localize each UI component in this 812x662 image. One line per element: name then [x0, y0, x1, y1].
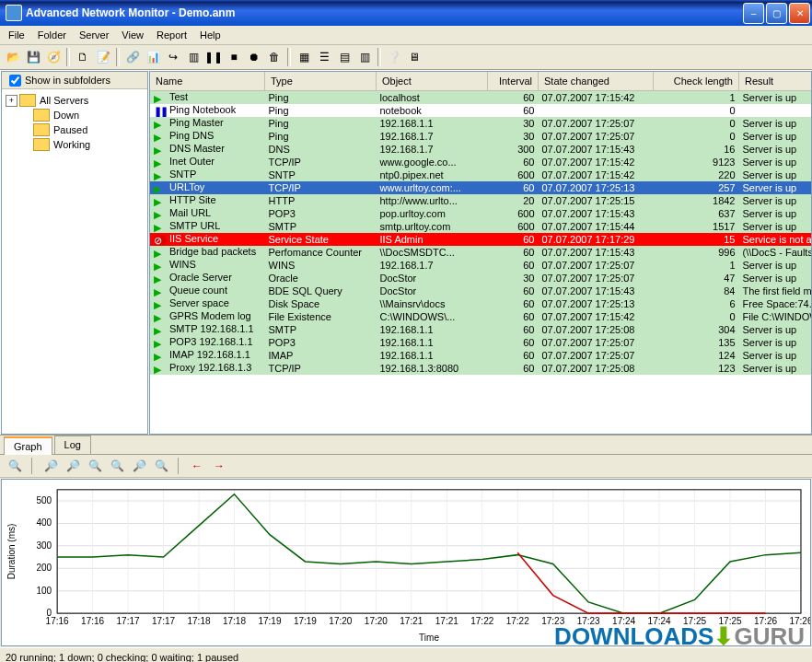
server-grid[interactable]: NameTypeObjectIntervalState changedCheck… [149, 71, 812, 435]
server-row[interactable]: ▶Inet OuterTCP/IPwww.google.co...6007.07… [150, 156, 812, 168]
status-icon: ▶ [154, 299, 167, 310]
server-row[interactable]: ▶GPRS Modem logFile ExistenceC:\WINDOWS\… [150, 310, 812, 323]
svg-text:17:19: 17:19 [294, 616, 317, 626]
menu-file[interactable]: File [2, 28, 31, 42]
graph-zoom-out-x-button[interactable]: 🔍 [86, 457, 104, 475]
graph-zoom-reset-x-button[interactable]: 🔍 [152, 457, 170, 475]
server-row[interactable]: ▶SMTP 192.168.1.1SMTP192.168.1.16007.07.… [150, 323, 812, 336]
server-row[interactable]: ❚❚Ping NotebookPingnotebook600 [150, 104, 812, 117]
toolbar-save-button[interactable]: 💾 [24, 48, 42, 66]
graph-zoom-button[interactable]: 🔍 [6, 457, 24, 475]
toolbar-help-button[interactable]: ❔ [385, 48, 403, 66]
server-row[interactable]: ▶Queue countBDE SQL QueryDocStor6007.07.… [150, 285, 812, 297]
status-icon: ▶ [154, 338, 167, 349]
server-row[interactable]: ▶Server spaceDisk Space\\Mainsrv\docs600… [150, 297, 812, 310]
toolbar-about-button[interactable]: 🖥 [405, 48, 423, 66]
graph-zoom-reset-y-button[interactable]: 🔎 [130, 457, 148, 475]
close-button[interactable]: ✕ [789, 3, 810, 24]
toolbar-grid1-button[interactable]: ▦ [295, 48, 313, 66]
toolbar-new-window-button[interactable]: 🗋 [74, 48, 92, 66]
column-state[interactable]: State changed [539, 72, 654, 91]
server-row[interactable]: ▶TestPinglocalhost6007.07.2007 17:15:421… [150, 91, 812, 105]
server-row[interactable]: ▶Bridge bad packetsPerfomance Counter\\D… [150, 246, 812, 259]
window-title: Advanced Network Monitor - Demo.anm [26, 6, 741, 19]
server-row[interactable]: ▶Ping MasterPing192.168.1.13007.07.2007 … [150, 117, 812, 130]
server-row[interactable]: ▶URLToyTCP/IPwww.urltoy.com:...6007.07.2… [150, 181, 812, 194]
graph-zoom-in-x-button[interactable]: 🔍 [108, 457, 126, 475]
graph-zoom-in-y-button[interactable]: 🔎 [64, 457, 82, 475]
toolbar-stop-button[interactable]: ■ [225, 48, 243, 66]
toolbar-grid4-button[interactable]: ▥ [355, 48, 374, 66]
svg-text:17:19: 17:19 [258, 616, 281, 626]
menu-report[interactable]: Report [150, 28, 193, 42]
status-icon: ▶ [154, 119, 167, 130]
server-row[interactable]: ⊘IIS ServiceService StateIIS Admin6007.0… [150, 233, 812, 246]
svg-text:17:25: 17:25 [683, 616, 706, 626]
status-icon: ▶ [154, 351, 167, 362]
column-type[interactable]: Type [265, 72, 377, 91]
status-icon: ▶ [154, 325, 167, 336]
status-icon: ▶ [154, 196, 167, 207]
column-checklen[interactable]: Check length [654, 72, 739, 91]
tree-folder-working[interactable]: Working [33, 137, 144, 152]
svg-text:17:26: 17:26 [789, 616, 810, 626]
toolbar-open-button[interactable]: 📂 [4, 48, 22, 66]
status-icon: ▶ [154, 222, 167, 233]
toolbar-grid2-button[interactable]: ☰ [315, 48, 333, 66]
server-row[interactable]: ▶DNS MasterDNS192.168.1.730007.07.2007 1… [150, 143, 812, 156]
tree-folder-paused[interactable]: Paused [33, 122, 144, 137]
menu-help[interactable]: Help [193, 28, 227, 42]
subfolders-checkbox[interactable] [9, 75, 21, 87]
toolbar-link-button[interactable]: 🔗 [123, 48, 142, 66]
tree-folder-down[interactable]: Down [33, 108, 144, 122]
server-row[interactable]: ▶Mail URLPOP3pop.urltoy.com60007.07.2007… [150, 207, 812, 220]
server-tree: + All Servers DownPausedWorking [2, 89, 147, 434]
server-row[interactable]: ▶Oracle ServerOracleDocStor3007.07.2007 … [150, 272, 812, 285]
sidebar-header: Show in subfolders [2, 72, 147, 89]
graph-toolbar: 🔍🔎🔎🔍🔍🔎🔍←→ [0, 455, 812, 478]
menu-view[interactable]: View [115, 28, 150, 42]
tab-log[interactable]: Log [54, 436, 91, 454]
graph-scroll-right-button[interactable]: → [210, 457, 228, 475]
toolbar-record-button[interactable]: ⏺ [245, 48, 263, 66]
expand-icon[interactable]: + [6, 95, 17, 107]
column-result[interactable]: Result [739, 72, 813, 91]
server-row[interactable]: ▶SMTP URLSMTPsmtp.urltoy.com60007.07.200… [150, 220, 812, 233]
toolbar-export-button[interactable]: ↪ [164, 48, 182, 66]
tree-root[interactable]: + All Servers [6, 93, 144, 108]
toolbar-columns-button[interactable]: ▥ [184, 48, 203, 66]
column-interval[interactable]: Interval [488, 72, 539, 91]
server-row[interactable]: ▶WINSWINS192.168.1.76007.07.2007 17:25:0… [150, 259, 812, 272]
graph-scroll-left-button[interactable]: ← [188, 457, 206, 475]
status-icon: ▶ [154, 209, 167, 220]
toolbar-save-map-button[interactable]: 🧭 [44, 48, 63, 66]
server-row[interactable]: ▶HTTP SiteHTTPhttp://www.urlto...2007.07… [150, 194, 812, 207]
toolbar-properties-button[interactable]: 📝 [94, 48, 112, 66]
menu-folder[interactable]: Folder [31, 28, 73, 42]
toolbar-chart-button[interactable]: 📊 [144, 48, 162, 66]
server-row[interactable]: ▶Proxy 192.168.1.3TCP/IP192.168.1.3:8080… [150, 362, 812, 375]
column-object[interactable]: Object [377, 72, 488, 91]
toolbar-pause-button[interactable]: ❚❚ [204, 48, 223, 66]
status-icon: ▶ [154, 145, 167, 156]
status-icon: ▶ [154, 273, 167, 285]
chart-area[interactable]: 010020030040050017:1617:1617:1717:1717:1… [1, 479, 811, 646]
minimize-button[interactable]: – [743, 3, 764, 24]
maximize-button[interactable]: ▢ [766, 3, 787, 24]
status-icon: ⊘ [154, 235, 167, 246]
column-name[interactable]: Name [150, 72, 265, 91]
server-row[interactable]: ▶POP3 192.168.1.1POP3192.168.1.16007.07.… [150, 336, 812, 349]
toolbar-delete-button[interactable]: 🗑 [265, 48, 284, 66]
toolbar-grid3-button[interactable]: ▤ [335, 48, 354, 66]
server-row[interactable]: ▶SNTPSNTPntp0.pipex.net60007.07.2007 17:… [150, 168, 812, 181]
server-row[interactable]: ▶Ping DNSPing192.168.1.73007.07.2007 17:… [150, 130, 812, 143]
menu-server[interactable]: Server [73, 28, 115, 42]
svg-text:17:24: 17:24 [648, 616, 671, 626]
tab-graph[interactable]: Graph [4, 436, 52, 455]
status-icon: ▶ [154, 312, 167, 323]
status-bar: 20 running; 1 down; 0 checking; 0 waitin… [0, 647, 812, 662]
graph-zoom-out-y-button[interactable]: 🔎 [41, 457, 60, 475]
svg-text:17:24: 17:24 [612, 616, 635, 626]
server-row[interactable]: ▶IMAP 192.168.1.1IMAP192.168.1.16007.07.… [150, 349, 812, 362]
status-icon: ▶ [154, 132, 167, 143]
